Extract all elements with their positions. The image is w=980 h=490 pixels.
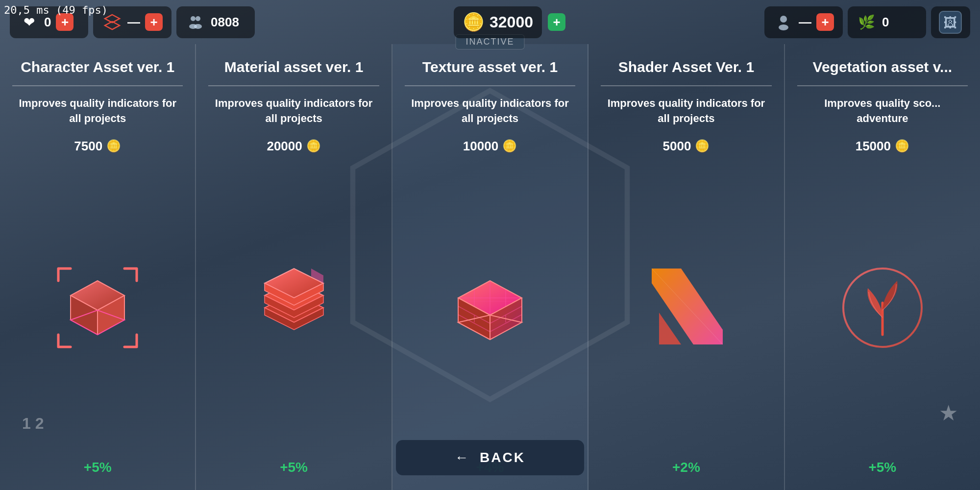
card-vegetation-description: Improves quality sco... adventure <box>797 96 968 126</box>
card-shader-asset[interactable]: Shader Asset Ver. 1 Improves quality ind… <box>588 44 784 490</box>
card-shader-cost: 5000 🪙 <box>663 139 710 154</box>
card-texture-title: Texture asset ver. 1 <box>422 59 558 75</box>
coin-icon: 🪙 <box>463 12 485 32</box>
cube-icon <box>44 254 151 362</box>
card-texture-description: Improves quality indicators for all proj… <box>405 96 575 126</box>
texture-coin-icon: 🪙 <box>502 139 517 153</box>
star-watermark: ★ <box>939 400 958 425</box>
person-add-button[interactable]: + <box>816 13 834 31</box>
layers-card-icon <box>240 254 348 362</box>
heart-value: 0 <box>44 15 51 30</box>
card-material-description: Improves quality indicators for all proj… <box>208 96 379 126</box>
coin-add-button[interactable]: + <box>548 13 565 31</box>
svg-point-7 <box>779 24 788 30</box>
person-icon <box>773 12 794 32</box>
card-texture-asset[interactable]: INACTIVE Texture asset ver. 1 Improves q… <box>392 44 588 490</box>
card-material-asset[interactable]: Material asset ver. 1 Improves quality i… <box>196 44 392 490</box>
character-coin-icon: 🪙 <box>106 139 121 153</box>
card-character-icon-area: 1 2 <box>12 164 183 452</box>
back-arrow-icon: ← <box>455 450 470 466</box>
card-character-bonus: +5% <box>84 460 112 475</box>
profile-widget[interactable]: 🖼 <box>931 6 970 38</box>
coin-value: 32000 <box>490 13 533 31</box>
people-value: 0808 <box>211 15 239 30</box>
coin-widget: 🪙 32000 <box>454 6 542 38</box>
plant-value: 0 <box>882 15 889 30</box>
card-material-icon-area <box>208 164 379 452</box>
card-vegetation-asset[interactable]: Vegetation asset v... Improves quality s… <box>785 44 980 490</box>
card-material-divider <box>208 85 379 86</box>
card-shader-title: Shader Asset Ver. 1 <box>618 59 754 75</box>
card-character-asset[interactable]: Character Asset ver. 1 Improves quality … <box>0 44 196 490</box>
fps-counter: 20,5 ms (49 fps) <box>4 4 108 16</box>
card-shader-bonus: +2% <box>672 460 700 475</box>
top-bar-right: — + 🌿 0 🖼 <box>764 6 970 38</box>
plant-icon: 🌿 <box>857 12 877 32</box>
layers-value: — <box>127 15 140 30</box>
card-vegetation-bonus: +5% <box>868 460 896 475</box>
currency-area: 🪙 32000 + <box>454 6 565 38</box>
character-cost-value: 7500 <box>74 139 102 154</box>
card-shader-icon-area <box>601 164 771 452</box>
card-material-title: Material asset ver. 1 <box>224 59 364 75</box>
card-character-divider <box>12 85 183 86</box>
back-button[interactable]: ← BACK <box>396 440 584 475</box>
card-shader-description: Improves quality indicators for all proj… <box>601 96 771 126</box>
plant-icon-svg <box>829 254 936 362</box>
svg-point-3 <box>196 16 200 21</box>
person-slot: — + <box>764 6 843 38</box>
shader-icon <box>632 254 740 362</box>
vegetation-coin-icon: 🪙 <box>895 139 909 153</box>
card-vegetation-icon-area: ★ <box>797 164 968 452</box>
shader-cost-value: 5000 <box>663 139 691 154</box>
card-vegetation-title: Vegetation asset v... <box>813 59 953 75</box>
shader-coin-icon: 🪙 <box>695 139 710 153</box>
svg-text:🖼: 🖼 <box>943 15 957 30</box>
plant-slot: 🌿 0 <box>848 6 926 38</box>
card-vegetation-cost: 15000 🪙 <box>856 139 909 154</box>
card-texture-cost: 10000 🪙 <box>463 139 517 154</box>
card-texture-divider <box>405 85 575 86</box>
bricks-icon <box>436 254 544 362</box>
vegetation-cost-value: 15000 <box>856 139 891 154</box>
person-value: — <box>799 15 811 30</box>
card-character-title: Character Asset ver. 1 <box>21 59 174 75</box>
card-character-cost: 7500 🪙 <box>74 139 121 154</box>
svg-point-6 <box>780 16 787 23</box>
texture-cost-value: 10000 <box>463 139 498 154</box>
card-material-bonus: +5% <box>280 460 308 475</box>
material-coin-icon: 🪙 <box>306 139 321 153</box>
people-slot: 0808 <box>176 6 255 38</box>
svg-point-5 <box>194 24 202 29</box>
cards-container: Character Asset ver. 1 Improves quality … <box>0 44 980 490</box>
rank-watermark: 1 2 <box>22 415 44 433</box>
card-shader-divider <box>601 85 771 86</box>
layers-add-button[interactable]: + <box>145 13 163 31</box>
card-vegetation-divider <box>797 85 968 86</box>
back-button-label: BACK <box>480 450 525 466</box>
card-character-description: Improves quality indicators for all proj… <box>12 96 183 126</box>
svg-point-2 <box>191 16 196 21</box>
people-icon <box>185 12 206 32</box>
material-cost-value: 20000 <box>267 139 302 154</box>
card-texture-icon-area <box>405 164 575 452</box>
top-bar: ❤ 0 + — + <box>0 0 980 44</box>
card-material-cost: 20000 🪙 <box>267 139 320 154</box>
